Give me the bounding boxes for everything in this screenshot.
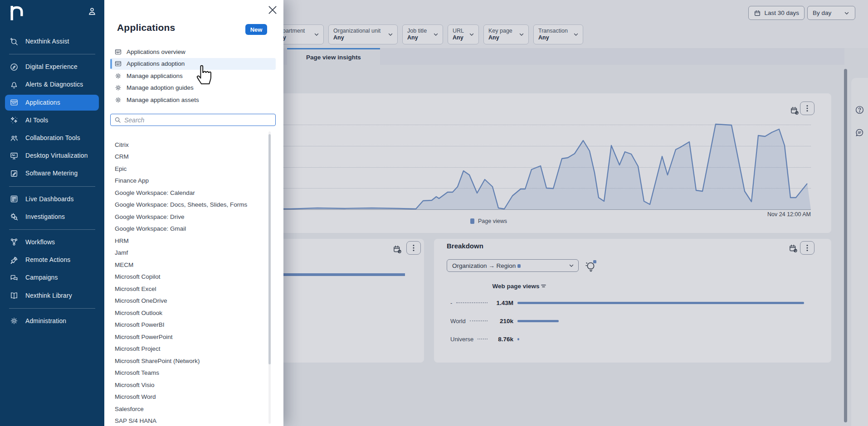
application-list-item[interactable]: Microsoft Word bbox=[104, 391, 277, 403]
sidebar-item[interactable]: Applications bbox=[0, 94, 104, 111]
sidebar-item[interactable]: Nexthink Assist bbox=[0, 33, 104, 50]
sidebar-item[interactable]: Workflows bbox=[0, 233, 104, 251]
application-list-item[interactable]: Microsoft Teams bbox=[104, 367, 277, 379]
sidebar-item[interactable]: AI Tools bbox=[0, 111, 104, 129]
breakdown-column-header[interactable]: Web page views bbox=[463, 283, 576, 290]
sidebar-item[interactable]: Alerts & Diagnostics bbox=[0, 76, 104, 93]
sidebar-item-label: Nexthink Assist bbox=[25, 38, 69, 45]
filter-chip[interactable]: Organizational unit Any bbox=[328, 24, 398, 44]
page-views-line-chart[interactable] bbox=[254, 91, 834, 213]
sidebar-item[interactable]: Software Metering bbox=[0, 165, 104, 182]
breakdown-bar[interactable] bbox=[517, 320, 559, 322]
application-list-item[interactable]: Citrix bbox=[104, 139, 277, 151]
chevron-down-icon bbox=[468, 31, 475, 38]
breakdown-dimension-select[interactable]: Organization → Region bbox=[447, 259, 579, 272]
dotted-leader bbox=[470, 320, 488, 321]
application-list-item[interactable]: Microsoft PowerBI bbox=[104, 319, 277, 331]
help-rail bbox=[851, 78, 868, 426]
application-list-item[interactable]: Microsoft Outlook bbox=[104, 307, 277, 319]
filter-chip[interactable]: Job title Any bbox=[402, 24, 443, 44]
nexthink-logo[interactable] bbox=[9, 4, 24, 22]
application-list-item[interactable]: SAP S/4 HANA bbox=[104, 415, 277, 426]
filter-chip[interactable]: URL Any bbox=[448, 24, 479, 44]
sidebar-item-icon bbox=[10, 63, 19, 72]
application-list-item[interactable]: CRM bbox=[104, 151, 277, 163]
breakdown-row-label: - bbox=[450, 300, 452, 306]
application-list-item[interactable]: Microsoft Visio bbox=[104, 379, 277, 391]
date-range-button[interactable]: Last 30 days bbox=[748, 6, 805, 20]
breakdown-row-label: World bbox=[450, 318, 466, 324]
sidebar-item-icon bbox=[10, 98, 19, 107]
granularity-select[interactable]: By day bbox=[807, 6, 855, 20]
sidebar-item[interactable]: Investigations bbox=[0, 208, 104, 226]
app-window: Department Any Organizational unit Any bbox=[0, 0, 868, 426]
panel-menu-item[interactable]: Manage application assets bbox=[104, 94, 283, 106]
application-list-item[interactable]: Microsoft PowerPoint bbox=[104, 331, 277, 343]
application-list-item[interactable]: Microsoft Project bbox=[104, 343, 277, 355]
main-scrollbar[interactable] bbox=[844, 69, 847, 422]
panel-menu-item[interactable]: Applications adoption bbox=[104, 58, 283, 70]
application-list-item[interactable]: Google Workspace: Drive bbox=[104, 211, 277, 223]
divider bbox=[9, 54, 95, 54]
filter-chip[interactable]: Key page Any bbox=[483, 24, 529, 44]
kebab-menu-button[interactable] bbox=[800, 241, 814, 255]
application-list-item[interactable]: Microsoft Excel bbox=[104, 283, 277, 295]
breakdown-bar[interactable] bbox=[517, 302, 804, 304]
filter-chip-value: Any bbox=[407, 34, 431, 41]
menu-item-icon bbox=[114, 48, 122, 56]
filter-chip-label: Key page bbox=[488, 28, 517, 34]
sidebar-item[interactable]: Administration bbox=[0, 312, 104, 330]
user-icon[interactable] bbox=[87, 6, 97, 16]
insight-lightbulb-icon[interactable] bbox=[585, 259, 597, 272]
breakdown-row[interactable]: Universe 8.76k bbox=[450, 330, 804, 348]
application-list-item[interactable]: Google Workspace: Calendar bbox=[104, 187, 277, 199]
breakdown-bar[interactable] bbox=[517, 338, 519, 340]
sidebar-item[interactable]: Remote Actions bbox=[0, 251, 104, 269]
breakdown-row[interactable]: - 1.43M bbox=[450, 294, 804, 312]
application-list-item[interactable]: MECM bbox=[104, 259, 277, 271]
compare-dates-icon[interactable] bbox=[393, 245, 402, 254]
sidebar-item[interactable]: Digital Experience bbox=[0, 58, 104, 76]
new-button[interactable]: New bbox=[245, 24, 267, 35]
panel-menu-item[interactable]: Manage adoption guides bbox=[104, 82, 283, 94]
kebab-menu-button[interactable] bbox=[406, 241, 421, 255]
panel-scrollbar-thumb[interactable] bbox=[268, 134, 271, 364]
application-list-item[interactable]: Finance App bbox=[104, 175, 277, 187]
application-list-item[interactable]: Microsoft OneDrive bbox=[104, 295, 277, 307]
feedback-chat-icon[interactable] bbox=[855, 128, 864, 137]
menu-item-label: Manage application assets bbox=[127, 97, 199, 103]
sidebar-item-label: Remote Actions bbox=[25, 257, 70, 263]
tab-label: Page view insights bbox=[306, 54, 361, 61]
close-icon[interactable] bbox=[267, 4, 278, 16]
sidebar-item[interactable]: Campaigns bbox=[0, 269, 104, 286]
chart-legend[interactable]: Page views bbox=[470, 218, 507, 224]
application-list-item[interactable]: Salesforce bbox=[104, 403, 277, 415]
sidebar-item-label: Digital Experience bbox=[25, 63, 78, 70]
application-list-item[interactable]: HRM bbox=[104, 235, 277, 247]
sidebar-item[interactable]: Nexthink Library bbox=[0, 286, 104, 304]
application-list-item[interactable]: Microsoft Copilot bbox=[104, 271, 277, 283]
sidebar-item[interactable]: Collaboration Tools bbox=[0, 129, 104, 147]
sidebar-item[interactable]: Live Dashboards bbox=[0, 190, 104, 208]
sidebar-item[interactable]: Desktop Virtualization bbox=[0, 147, 104, 165]
panel-menu-item[interactable]: Applications overview bbox=[104, 46, 283, 58]
tab-page-view-insights[interactable]: Page view insights bbox=[287, 48, 380, 65]
filter-chip[interactable]: Transaction Any bbox=[533, 24, 583, 44]
sidebar-item-label: Live Dashboards bbox=[25, 196, 74, 203]
application-list-item[interactable]: Google Workspace: Docs, Sheets, Slides, … bbox=[104, 199, 277, 211]
search-input[interactable] bbox=[124, 116, 272, 124]
application-list-item[interactable]: Google Workspace: Gmail bbox=[104, 223, 277, 235]
chevron-down-icon bbox=[518, 31, 525, 38]
compare-dates-icon[interactable] bbox=[789, 244, 798, 253]
breakdown-row[interactable]: World 210k bbox=[450, 312, 804, 330]
application-list-item[interactable]: Epic bbox=[104, 163, 277, 175]
panel-menu-item[interactable]: Manage applications bbox=[104, 70, 283, 82]
application-list-item[interactable]: Jamf bbox=[104, 247, 277, 259]
application-list-item[interactable]: Microsoft SharePoint (Network) bbox=[104, 355, 277, 367]
help-icon[interactable] bbox=[855, 105, 864, 115]
filter-chip-label: Transaction bbox=[538, 28, 571, 34]
menu-item-label: Manage applications bbox=[127, 73, 183, 79]
sidebar-item-label: Campaigns bbox=[25, 274, 58, 281]
menu-item-label: Manage adoption guides bbox=[127, 84, 194, 91]
filter-chip-label: Organizational unit bbox=[333, 28, 385, 34]
